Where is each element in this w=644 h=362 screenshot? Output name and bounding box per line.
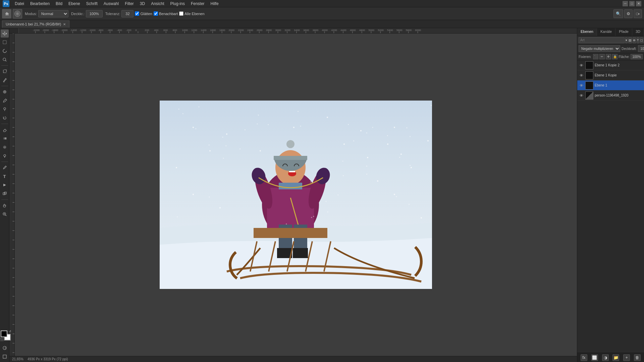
move-tool[interactable]: [1, 29, 9, 38]
eraser-tool[interactable]: [1, 126, 9, 134]
opacity-label: Deckkraft:: [622, 47, 637, 51]
alle-ebenen-checkbox[interactable]: [179, 11, 183, 16]
lasso-tool[interactable]: [1, 47, 9, 55]
add-adjustment-btn[interactable]: ◑: [602, 354, 609, 361]
spot-heal-tool[interactable]: [1, 88, 9, 96]
crop-tool[interactable]: [1, 67, 9, 75]
svg-rect-20: [5, 346, 6, 350]
pen-tool[interactable]: [1, 164, 9, 172]
menu-ebene[interactable]: Ebene: [66, 1, 83, 7]
menu-fenster[interactable]: Fenster: [188, 1, 207, 7]
lock-row: Fixieren: ⬛ ✏ ✥ 🔒 Fläche:: [577, 53, 644, 60]
layer-visibility-eye[interactable]: 👁: [579, 93, 584, 98]
blend-mode-row: Negativ multiplizieren Deckkraft:: [577, 44, 644, 53]
brush-preview[interactable]: [13, 9, 22, 18]
clone-stamp-tool[interactable]: [1, 105, 9, 113]
deckkraft-input[interactable]: [86, 10, 103, 17]
glatten-checkbox[interactable]: [135, 11, 139, 16]
gradient-tool[interactable]: [1, 134, 9, 142]
blend-mode-select[interactable]: Negativ multiplizieren: [579, 45, 620, 52]
glatten-checkbox-wrap: Glätten: [135, 11, 152, 16]
brush-tool[interactable]: [1, 97, 9, 105]
rectangular-marquee-tool[interactable]: [1, 38, 9, 46]
opacity-input[interactable]: [638, 45, 644, 52]
layers-bottom: fx ⬜ ◑ 📁 + 🗑: [577, 353, 644, 362]
document-tab[interactable]: Unbenannt-1 bei 21,7% (RGB/8#) ✕: [2, 20, 69, 28]
menu-plugins[interactable]: Plug-ins: [168, 1, 187, 7]
tab-ebenen[interactable]: Ebenen: [577, 28, 597, 36]
quick-select-tool[interactable]: [1, 56, 9, 64]
layer-item[interactable]: 👁 Ebene 1 Kopie 2: [577, 60, 644, 70]
layer-visibility-eye[interactable]: 👁: [579, 73, 584, 78]
zoom-tool[interactable]: [1, 210, 9, 218]
layer-item[interactable]: 👁 Ebene 1 Kopie: [577, 70, 644, 80]
layer-adjust-filter-btn[interactable]: ⊕: [633, 37, 636, 43]
text-tool[interactable]: T: [1, 172, 9, 180]
menu-schrift[interactable]: Schrift: [84, 1, 100, 7]
add-layer-style-btn[interactable]: fx: [581, 354, 587, 361]
eyedropper-tool[interactable]: [1, 76, 9, 84]
layer-filter-type-btn[interactable]: ▾: [625, 37, 628, 43]
add-layer-btn[interactable]: +: [623, 354, 630, 361]
fill-input[interactable]: [631, 54, 643, 59]
screen-mode-button[interactable]: [1, 353, 9, 361]
delete-layer-btn[interactable]: 🗑: [634, 354, 641, 361]
benachbart-checkbox[interactable]: [154, 11, 158, 16]
fg-bg-color-indicator[interactable]: ↺ ⬛: [0, 330, 11, 341]
quick-mask-button[interactable]: [1, 344, 9, 352]
menu-datei[interactable]: Datei: [12, 1, 27, 7]
layer-item[interactable]: 👁 Ebene 1: [577, 80, 644, 90]
close-button[interactable]: ✕: [636, 1, 641, 6]
layer-visibility-eye[interactable]: 👁: [579, 83, 584, 88]
menu-bearbeiten[interactable]: Bearbeiten: [28, 1, 52, 7]
status-bar: 21,65% 4936 Px x 3319 Px (72 ppi): [9, 356, 577, 362]
mode-label: Modus:: [25, 12, 37, 16]
layer-search-input[interactable]: [579, 37, 625, 43]
shape-tool[interactable]: [1, 190, 9, 198]
menu-bild[interactable]: Bild: [53, 1, 65, 7]
foreground-color[interactable]: [1, 330, 7, 337]
swap-colors-icon[interactable]: ↺: [9, 330, 11, 333]
lock-transparent-btn[interactable]: ⬛: [593, 54, 598, 59]
layer-pixel-filter-btn[interactable]: ▧: [628, 37, 632, 43]
benachbart-label[interactable]: Benachbart: [159, 12, 178, 16]
dodge-tool[interactable]: [1, 152, 9, 160]
document-dimensions: 4936 Px x 3319 Px (72 ppi): [28, 357, 68, 361]
hand-tool[interactable]: [1, 201, 9, 209]
default-colors-icon[interactable]: ⬛: [0, 338, 4, 341]
minimize-button[interactable]: ─: [623, 1, 628, 6]
layer-visibility-eye[interactable]: 👁: [579, 63, 584, 68]
lock-pixel-btn[interactable]: ✏: [599, 54, 605, 59]
layer-item[interactable]: 👁 person-1196498_1920: [577, 90, 644, 101]
home-button[interactable]: [2, 9, 11, 18]
arrange-button[interactable]: □▪: [634, 9, 642, 18]
history-brush-tool[interactable]: [1, 114, 9, 122]
menu-ansicht[interactable]: Ansicht: [148, 1, 167, 7]
tab-pfade[interactable]: Pfade: [615, 28, 632, 36]
document-canvas[interactable]: [160, 101, 432, 289]
path-select-tool[interactable]: [1, 181, 9, 189]
canvas-container[interactable]: [15, 34, 577, 356]
lock-artboard-btn[interactable]: 🔒: [612, 54, 618, 59]
layer-shape-filter-btn[interactable]: ◻: [640, 37, 643, 43]
tab-kanaele[interactable]: Kanäle: [597, 28, 615, 36]
menu-auswahl[interactable]: Auswahl: [101, 1, 121, 7]
toleranz-input[interactable]: [121, 10, 133, 17]
glatten-label[interactable]: Glätten: [140, 12, 152, 16]
menu-filter[interactable]: Filter: [122, 1, 137, 7]
maximize-button[interactable]: □: [629, 1, 635, 6]
menu-hilfe[interactable]: Hilfe: [208, 1, 221, 7]
lock-position-btn[interactable]: ✥: [606, 54, 611, 59]
layer-text-filter-btn[interactable]: T: [637, 37, 639, 43]
blur-tool[interactable]: [1, 143, 9, 151]
tab-close-icon[interactable]: ✕: [63, 22, 66, 26]
panel-tabs: Ebenen Kanäle Pfade 3D: [577, 28, 644, 36]
tab-3d[interactable]: 3D: [632, 28, 644, 36]
workspace-button[interactable]: ⚙: [624, 9, 633, 18]
alle-ebenen-label[interactable]: Alle Ebenen: [184, 12, 204, 16]
add-mask-btn[interactable]: ⬜: [591, 354, 598, 361]
menu-3d[interactable]: 3D: [137, 1, 148, 7]
mode-select[interactable]: Normal: [38, 10, 68, 17]
add-group-btn[interactable]: 📁: [612, 354, 619, 361]
search-button[interactable]: 🔍: [613, 9, 623, 18]
